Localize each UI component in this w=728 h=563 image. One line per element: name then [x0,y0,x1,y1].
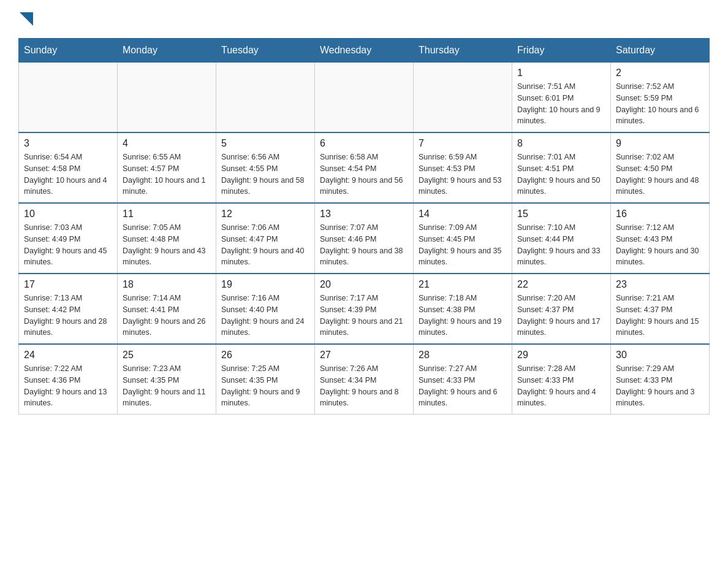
calendar-week-row: 17Sunrise: 7:13 AMSunset: 4:42 PMDayligh… [19,274,710,344]
calendar-cell [216,63,315,133]
day-info: Sunrise: 7:09 AMSunset: 4:45 PMDaylight:… [419,222,507,268]
day-info: Sunrise: 7:18 AMSunset: 4:38 PMDaylight:… [419,293,507,339]
calendar-week-row: 1Sunrise: 7:51 AMSunset: 6:01 PMDaylight… [19,63,710,133]
logo [18,12,33,26]
weekday-header-tuesday: Tuesday [216,39,315,63]
calendar-cell: 5Sunrise: 6:56 AMSunset: 4:55 PMDaylight… [216,132,315,203]
weekday-header-saturday: Saturday [611,39,710,63]
day-info: Sunrise: 7:25 AMSunset: 4:35 PMDaylight:… [221,363,309,409]
weekday-header-monday: Monday [118,39,216,63]
day-info: Sunrise: 6:54 AMSunset: 4:58 PMDaylight:… [24,151,112,197]
day-number: 7 [419,138,507,149]
calendar-cell [414,63,512,133]
day-info: Sunrise: 7:26 AMSunset: 4:34 PMDaylight:… [320,363,408,409]
calendar-week-row: 10Sunrise: 7:03 AMSunset: 4:49 PMDayligh… [19,203,710,274]
day-info: Sunrise: 7:06 AMSunset: 4:47 PMDaylight:… [221,222,309,268]
day-info: Sunrise: 7:29 AMSunset: 4:33 PMDaylight:… [616,363,704,409]
day-number: 24 [24,350,112,361]
calendar-table: SundayMondayTuesdayWednesdayThursdayFrid… [18,38,710,415]
day-number: 25 [123,350,211,361]
day-number: 19 [221,279,309,290]
day-number: 12 [221,209,309,220]
calendar-cell [19,63,118,133]
day-info: Sunrise: 6:58 AMSunset: 4:54 PMDaylight:… [320,151,408,197]
weekday-header-friday: Friday [512,39,611,63]
calendar-cell: 30Sunrise: 7:29 AMSunset: 4:33 PMDayligh… [611,344,710,415]
day-info: Sunrise: 7:23 AMSunset: 4:35 PMDaylight:… [123,363,211,409]
weekday-header-thursday: Thursday [414,39,512,63]
day-info: Sunrise: 7:21 AMSunset: 4:37 PMDaylight:… [616,293,704,339]
day-info: Sunrise: 6:56 AMSunset: 4:55 PMDaylight:… [221,151,309,197]
calendar-cell: 26Sunrise: 7:25 AMSunset: 4:35 PMDayligh… [216,344,315,415]
day-number: 28 [419,350,507,361]
weekday-header-sunday: Sunday [19,39,118,63]
calendar-cell: 9Sunrise: 7:02 AMSunset: 4:50 PMDaylight… [611,132,710,203]
day-info: Sunrise: 7:20 AMSunset: 4:37 PMDaylight:… [517,293,605,339]
day-info: Sunrise: 7:01 AMSunset: 4:51 PMDaylight:… [517,151,605,197]
calendar-cell: 8Sunrise: 7:01 AMSunset: 4:51 PMDaylight… [512,132,611,203]
day-info: Sunrise: 6:59 AMSunset: 4:53 PMDaylight:… [419,151,507,197]
day-info: Sunrise: 7:02 AMSunset: 4:50 PMDaylight:… [616,151,704,197]
page-header [18,12,710,26]
calendar-cell: 14Sunrise: 7:09 AMSunset: 4:45 PMDayligh… [414,203,512,274]
calendar-cell: 25Sunrise: 7:23 AMSunset: 4:35 PMDayligh… [118,344,216,415]
weekday-header-wednesday: Wednesday [315,39,414,63]
day-info: Sunrise: 7:10 AMSunset: 4:44 PMDaylight:… [517,222,605,268]
day-number: 5 [221,138,309,149]
day-number: 26 [221,350,309,361]
calendar-cell: 2Sunrise: 7:52 AMSunset: 5:59 PMDaylight… [611,63,710,133]
day-info: Sunrise: 7:03 AMSunset: 4:49 PMDaylight:… [24,222,112,268]
calendar-cell: 17Sunrise: 7:13 AMSunset: 4:42 PMDayligh… [19,274,118,344]
calendar-week-row: 24Sunrise: 7:22 AMSunset: 4:36 PMDayligh… [19,344,710,415]
svg-marker-0 [20,12,33,26]
day-number: 21 [419,279,507,290]
day-info: Sunrise: 6:55 AMSunset: 4:57 PMDaylight:… [123,151,211,197]
calendar-cell: 4Sunrise: 6:55 AMSunset: 4:57 PMDaylight… [118,132,216,203]
day-number: 3 [24,138,112,149]
calendar-cell: 12Sunrise: 7:06 AMSunset: 4:47 PMDayligh… [216,203,315,274]
calendar-cell: 28Sunrise: 7:27 AMSunset: 4:33 PMDayligh… [414,344,512,415]
calendar-cell: 10Sunrise: 7:03 AMSunset: 4:49 PMDayligh… [19,203,118,274]
calendar-cell: 21Sunrise: 7:18 AMSunset: 4:38 PMDayligh… [414,274,512,344]
day-number: 8 [517,138,605,149]
day-number: 16 [616,209,704,220]
calendar-cell: 20Sunrise: 7:17 AMSunset: 4:39 PMDayligh… [315,274,414,344]
day-info: Sunrise: 7:14 AMSunset: 4:41 PMDaylight:… [123,293,211,339]
day-number: 27 [320,350,408,361]
day-info: Sunrise: 7:16 AMSunset: 4:40 PMDaylight:… [221,293,309,339]
day-number: 1 [517,67,605,79]
calendar-cell: 19Sunrise: 7:16 AMSunset: 4:40 PMDayligh… [216,274,315,344]
day-info: Sunrise: 7:52 AMSunset: 5:59 PMDaylight:… [616,81,704,127]
day-number: 17 [24,279,112,290]
calendar-cell: 22Sunrise: 7:20 AMSunset: 4:37 PMDayligh… [512,274,611,344]
calendar-cell: 6Sunrise: 6:58 AMSunset: 4:54 PMDaylight… [315,132,414,203]
day-info: Sunrise: 7:51 AMSunset: 6:01 PMDaylight:… [517,81,605,127]
day-number: 6 [320,138,408,149]
day-info: Sunrise: 7:07 AMSunset: 4:46 PMDaylight:… [320,222,408,268]
calendar-cell: 15Sunrise: 7:10 AMSunset: 4:44 PMDayligh… [512,203,611,274]
day-info: Sunrise: 7:17 AMSunset: 4:39 PMDaylight:… [320,293,408,339]
calendar-cell: 24Sunrise: 7:22 AMSunset: 4:36 PMDayligh… [19,344,118,415]
day-number: 22 [517,279,605,290]
day-number: 30 [616,350,704,361]
calendar-cell: 23Sunrise: 7:21 AMSunset: 4:37 PMDayligh… [611,274,710,344]
calendar-week-row: 3Sunrise: 6:54 AMSunset: 4:58 PMDaylight… [19,132,710,203]
day-number: 15 [517,209,605,220]
day-number: 11 [123,209,211,220]
calendar-cell: 18Sunrise: 7:14 AMSunset: 4:41 PMDayligh… [118,274,216,344]
day-number: 4 [123,138,211,149]
day-info: Sunrise: 7:28 AMSunset: 4:33 PMDaylight:… [517,363,605,409]
calendar-cell: 13Sunrise: 7:07 AMSunset: 4:46 PMDayligh… [315,203,414,274]
calendar-cell: 1Sunrise: 7:51 AMSunset: 6:01 PMDaylight… [512,63,611,133]
day-number: 2 [616,67,704,79]
day-number: 13 [320,209,408,220]
calendar-cell: 29Sunrise: 7:28 AMSunset: 4:33 PMDayligh… [512,344,611,415]
weekday-header-row: SundayMondayTuesdayWednesdayThursdayFrid… [19,39,710,63]
day-info: Sunrise: 7:05 AMSunset: 4:48 PMDaylight:… [123,222,211,268]
logo-arrow-icon [20,12,33,26]
calendar-cell: 3Sunrise: 6:54 AMSunset: 4:58 PMDaylight… [19,132,118,203]
day-number: 18 [123,279,211,290]
calendar-cell: 27Sunrise: 7:26 AMSunset: 4:34 PMDayligh… [315,344,414,415]
day-number: 14 [419,209,507,220]
day-number: 10 [24,209,112,220]
